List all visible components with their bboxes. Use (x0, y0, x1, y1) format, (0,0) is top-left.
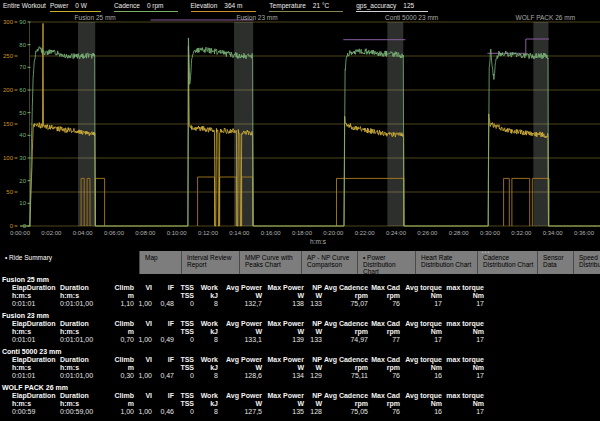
tab-ap---np-curve-comparison[interactable]: AP - NP Curve Comparison (302, 251, 358, 274)
tab-speed-distribution[interactable]: Speed Distribution (574, 251, 600, 274)
col-header: max torque (444, 284, 486, 292)
aux-trace (512, 178, 530, 226)
power-axis-tick: 50 (6, 189, 13, 195)
interval-band[interactable] (533, 22, 548, 226)
col-unit (154, 400, 176, 408)
x-axis-label: h:m:s (310, 238, 327, 245)
cell: 75,11 (324, 372, 370, 380)
cell: 139 (264, 336, 306, 344)
cell: 74,97 (324, 336, 370, 344)
col-header: Avg Power (220, 320, 264, 328)
tab-strip: • Ride SummaryMapInterval Review ReportM… (0, 251, 600, 274)
cell: 133 (306, 336, 324, 344)
col-unit: h:m:s (60, 292, 106, 300)
tab-power-distribution-chart[interactable]: • Power Distribution Chart (358, 251, 416, 274)
cell: 17 (444, 372, 486, 380)
x-axis-tick: 0:10:00 (167, 230, 188, 236)
col-header: VI (136, 392, 154, 400)
col-header: TSS (176, 392, 196, 400)
col-header: max torque (444, 320, 486, 328)
ride-plot[interactable]: Fusion 25 mmFusion 23 mmConti 5000 23 mm… (0, 13, 600, 250)
cell: 77 (370, 336, 402, 344)
col-unit: m (106, 364, 136, 372)
tab-mmp-curve-with-peaks-chart[interactable]: MMP Curve with Peaks Chart (240, 251, 302, 274)
legend-metric-gps_accuracy[interactable]: gps_accuracy125 (356, 2, 428, 12)
col-header: Max Cad (370, 392, 402, 400)
tab-ride-summary[interactable]: • Ride Summary (0, 251, 140, 274)
interval-table-row: ElapDurationDurationClimbVIIFTSSWorkAvg … (12, 392, 600, 416)
col-header: Duration (60, 356, 106, 364)
interval-table-row: ElapDurationDurationClimbVIIFTSSWorkAvg … (12, 284, 600, 308)
col-unit: kJ (196, 400, 220, 408)
col-header: Max Cad (370, 356, 402, 364)
tabbar-overflow-handle[interactable]: ⋯ (481, 247, 491, 257)
legend-metric-value: 21 °C (313, 2, 329, 9)
x-axis-tick: 0:16:00 (261, 230, 282, 236)
col-unit (136, 292, 154, 300)
cell: 0:01:01,00 (60, 336, 106, 344)
cadence-axis-tick: 10 (19, 200, 26, 206)
col-unit (154, 364, 176, 372)
legend-metric-elevation[interactable]: Elevation364 m (191, 2, 257, 12)
tab-heart-rate-distribution-chart[interactable]: Heart Rate Distribution Chart (416, 251, 478, 274)
cell: 16 (402, 408, 444, 416)
cell: 0,49 (154, 336, 176, 344)
cadence-axis-tick: 20 (19, 178, 26, 184)
x-axis-tick: 0:34:00 (543, 230, 564, 236)
cell: 8 (196, 336, 220, 344)
cell: 8 (196, 408, 220, 416)
power-axis-tick: 100 (3, 155, 14, 161)
power-axis-tick: 0 (10, 223, 14, 229)
x-axis-tick: 0:30:00 (480, 230, 501, 236)
col-header: Avg Cadence (324, 392, 370, 400)
col-unit: Nm (402, 364, 444, 372)
aux-trace (95, 178, 104, 226)
cell: 135 (264, 408, 306, 416)
col-unit: m (106, 400, 136, 408)
legend-metric-power[interactable]: Power0 W (50, 2, 101, 12)
cell: 128,6 (220, 372, 264, 380)
interval-section-title: Fusion 25 mm (2, 275, 600, 284)
legend-metric-cadence[interactable]: Cadence0 rpm (114, 2, 178, 12)
entire-workout-selector[interactable]: Entire Workout (3, 2, 46, 9)
col-unit: m (106, 328, 136, 336)
col-unit (154, 328, 176, 336)
tab-sensor-data[interactable]: Sensor Data (538, 251, 574, 274)
tab-map[interactable]: Map (140, 251, 182, 274)
aux-trace (198, 177, 215, 226)
col-unit: rpm (324, 400, 370, 408)
col-unit: kJ (196, 292, 220, 300)
x-axis-tick: 0:12:00 (198, 230, 219, 236)
cell: 128 (306, 408, 324, 416)
col-header: TSS (176, 356, 196, 364)
col-unit: Nm (402, 328, 444, 336)
col-header: NP (306, 392, 324, 400)
interval-section: Fusion 23 mmElapDurationDurationClimbVII… (0, 311, 600, 344)
cell: 0:01:01 (12, 336, 60, 344)
interval-section-title: Fusion 23 mm (2, 311, 600, 320)
cadence-axis-tick: 60 (19, 87, 26, 93)
col-unit: W (264, 400, 306, 408)
cell: 17 (444, 408, 486, 416)
x-axis-tick: 0:14:00 (229, 230, 250, 236)
col-header: Work (196, 356, 220, 364)
cell: 76 (370, 300, 402, 308)
col-unit (136, 328, 154, 336)
col-header: VI (136, 356, 154, 364)
col-unit: W (264, 292, 306, 300)
chart-legend-bar: Entire Workout Power0 WCadence0 rpmEleva… (0, 0, 600, 13)
col-unit: Nm (444, 364, 486, 372)
interval-section: WOLF PACK 26 mmElapDurationDurationClimb… (0, 383, 600, 416)
cell: 0 (176, 300, 196, 308)
col-unit: kJ (196, 364, 220, 372)
col-header: max torque (444, 356, 486, 364)
tab-interval-review-report[interactable]: Interval Review Report (182, 251, 240, 274)
aux-trace (220, 177, 237, 226)
cell: 0:00:59 (12, 408, 60, 416)
col-header: Avg Cadence (324, 320, 370, 328)
x-axis-tick: 0:36:00 (574, 230, 595, 236)
col-header: NP (306, 284, 324, 292)
col-unit: W (220, 292, 264, 300)
col-header: Max Power (264, 392, 306, 400)
legend-metric-temperature[interactable]: Temperature21 °C (269, 2, 343, 12)
